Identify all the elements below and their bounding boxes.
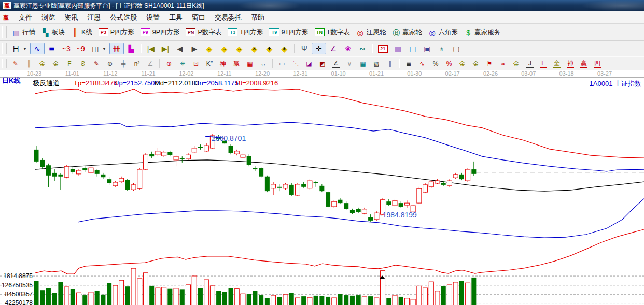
star-burst-icon[interactable]: ✳ xyxy=(176,58,189,69)
chart-area[interactable]: 10-2311-0111-1211-2112-0212-1112-2012-31… xyxy=(0,70,644,305)
quotes-button[interactable]: ▦行情 xyxy=(9,26,38,38)
four-angle-icon[interactable]: 四 xyxy=(591,57,604,69)
step-prev-icon[interactable]: ◀ xyxy=(173,43,187,54)
winner-services-button[interactable]: $赢家服务 xyxy=(461,26,503,38)
menu-资讯[interactable]: 资讯 xyxy=(60,12,82,23)
spiral-grid-icon[interactable]: Ƨ xyxy=(76,58,90,69)
grid-123-icon[interactable]: ▦ xyxy=(243,58,257,69)
crosshair-tool-icon[interactable]: ✛ xyxy=(312,43,326,54)
gold-angle-icon[interactable]: 金 xyxy=(550,57,564,69)
compass-dial-icon[interactable]: ⊕ xyxy=(103,58,117,69)
menu-帮助[interactable]: 帮助 xyxy=(246,12,269,23)
trend-angle-icon[interactable]: ∠ xyxy=(329,57,343,69)
kline-button[interactable]: ╫K线 xyxy=(68,26,95,38)
net-link-icon[interactable]: ♁ xyxy=(435,43,449,54)
menu-窗口[interactable]: 窗口 xyxy=(187,12,210,23)
toolbar-grip[interactable] xyxy=(2,43,7,54)
gann-box-icon[interactable]: ▭ xyxy=(275,58,289,69)
grid-arrow-icon[interactable]: ▧ xyxy=(370,58,383,69)
indicator-name-label[interactable]: 极反通道 xyxy=(33,79,60,87)
save-icon[interactable]: ▣ xyxy=(420,43,435,54)
v-line-icon[interactable]: ∨ xyxy=(343,58,356,69)
jump-first-icon[interactable]: |◀ xyxy=(144,43,158,54)
hexagon-button[interactable]: ◎六角形 xyxy=(425,26,461,38)
winner-wheel-button[interactable]: Ⓑ赢家轮 xyxy=(389,26,425,38)
title-bar[interactable]: 赢 赢家江恩专业版[赢家内部服务平台] - [上证指数 SH1A0001-111… xyxy=(0,0,644,11)
zoom-h-diamond-icon[interactable]: ◆↔ xyxy=(232,43,247,55)
volume-profile-icon[interactable]: ▙ xyxy=(124,43,138,54)
spiral-tool-icon[interactable]: ∾ xyxy=(355,43,370,54)
f-grid-icon[interactable]: F xyxy=(63,58,76,69)
square-target-icon[interactable]: ⊡ xyxy=(189,58,203,69)
jump-last-icon[interactable]: ▶| xyxy=(158,43,173,54)
rose-tool-icon[interactable]: ❀ xyxy=(341,43,355,54)
sectors-button[interactable]: ▚板块 xyxy=(38,26,68,38)
fan-square-icon[interactable]: ◩ xyxy=(316,58,329,69)
calculator-icon[interactable]: ▦ xyxy=(391,43,405,54)
percent-icon[interactable]: % xyxy=(429,58,442,69)
menu-浏览[interactable]: 浏览 xyxy=(37,12,60,23)
j-angle-icon[interactable]: J xyxy=(523,57,537,69)
circle-cross-icon[interactable]: ⊕ xyxy=(162,58,176,69)
f-angle-icon[interactable]: F xyxy=(537,57,550,69)
cycle-9-icon[interactable]: ~9 xyxy=(74,43,88,54)
step-next-icon[interactable]: ▶ xyxy=(187,43,202,54)
dense-grid-icon[interactable]: ▦ xyxy=(356,58,370,69)
9t-square-button[interactable]: T99T四方形 xyxy=(266,26,311,38)
notes-icon[interactable]: ▤ xyxy=(405,43,420,54)
p-number-table-button[interactable]: PNP数字表 xyxy=(183,26,225,38)
zoom-in-diamond-icon[interactable]: ◆✚ xyxy=(262,43,277,55)
gold-bars-icon[interactable]: 金 xyxy=(469,58,483,69)
span-arrows-icon[interactable]: ↔ xyxy=(257,58,270,69)
period-day-dropdown-icon[interactable]: ▼ xyxy=(23,47,27,51)
ying-grid-icon[interactable]: 赢 xyxy=(230,58,243,69)
shen-angle-icon[interactable]: 神 xyxy=(564,57,577,69)
flag-pen-icon[interactable]: ⚑ xyxy=(483,58,496,69)
gold-grid-a-icon[interactable]: 金 xyxy=(36,58,49,69)
menu-文件[interactable]: 文件 xyxy=(14,12,37,23)
ying-angle-icon[interactable]: 赢 xyxy=(577,57,591,69)
gold-line-icon[interactable]: 金 xyxy=(510,58,523,69)
menu-设置[interactable]: 设置 xyxy=(142,12,164,23)
p-square-button[interactable]: P3P四方形 xyxy=(95,26,137,38)
pan-left-diamond-icon[interactable]: ◆← xyxy=(202,43,217,55)
pan-right-diamond-icon[interactable]: ◆→ xyxy=(217,43,232,55)
9p-square-button[interactable]: P99P四方形 xyxy=(137,26,183,38)
gold-circle-icon[interactable]: 金 xyxy=(456,58,469,69)
zoom-out-diamond-icon[interactable]: ◆✕ xyxy=(247,43,262,55)
menu-交易委托[interactable]: 交易委托 xyxy=(210,12,246,23)
angle-measure-icon[interactable]: ∠ xyxy=(326,43,341,54)
pen-tool-icon[interactable]: ✎ xyxy=(9,58,22,69)
parallel-lines-icon[interactable]: ∥ xyxy=(383,58,397,69)
cycle-3-icon[interactable]: ~3 xyxy=(59,43,74,54)
wave-band-icon[interactable]: ≈ xyxy=(496,58,510,69)
toolbar-grip[interactable] xyxy=(2,59,7,68)
shen-grid-icon[interactable]: 神 xyxy=(216,58,230,69)
zoom-all-diamond-icon[interactable]: ◆✳ xyxy=(277,43,292,55)
t-number-table-button[interactable]: TNT数字表 xyxy=(312,26,353,38)
menu-公式选股[interactable]: 公式选股 xyxy=(105,12,142,23)
menu-工具[interactable]: 工具 xyxy=(164,12,187,23)
toolbar-grip[interactable] xyxy=(2,26,7,38)
fan-box-icon[interactable]: ◪ xyxy=(302,58,316,69)
gann-wheel-button[interactable]: ◎江恩轮 xyxy=(353,26,389,38)
k-mark-icon[interactable]: K″ xyxy=(203,58,216,69)
period-day-icon[interactable]: 日▼ xyxy=(9,43,30,54)
t-square-button[interactable]: T3T四方形 xyxy=(225,26,266,38)
percent-wave-icon[interactable]: ∿ xyxy=(415,58,429,69)
gold-grid-b-icon[interactable]: 金 xyxy=(49,58,63,69)
pattern-mark-icon[interactable]: 卌 xyxy=(109,43,124,54)
comb-grid-icon[interactable]: ╫ xyxy=(22,58,36,69)
wave-overlay-icon[interactable]: ∿ xyxy=(30,43,45,54)
marker-pen-icon[interactable]: ✎ xyxy=(90,58,103,69)
hand-tool-icon[interactable]: Ψ xyxy=(297,43,312,54)
angle-mirror-icon[interactable]: ∠ xyxy=(144,58,157,69)
menu-江恩[interactable]: 江恩 xyxy=(82,12,105,23)
workstation-icon[interactable]: ▢ xyxy=(449,43,464,54)
price-ladder-icon[interactable]: ≣ xyxy=(402,58,415,69)
percent-lines-icon[interactable]: % xyxy=(442,58,456,69)
tick-scale-icon[interactable]: ╪ xyxy=(117,58,130,69)
fan-lines-icon[interactable]: ⋱ xyxy=(289,58,302,69)
kline-chart-svg[interactable]: 10-2311-0111-1211-2112-0212-1112-2012-31… xyxy=(0,70,644,305)
candle-style-icon[interactable]: ◫▼ xyxy=(88,43,109,54)
